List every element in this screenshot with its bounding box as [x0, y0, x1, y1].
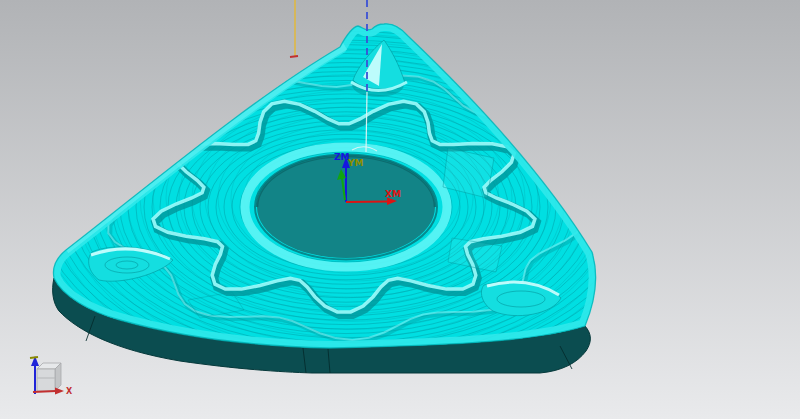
- scene-3d: ZM YM XM X: [0, 0, 800, 419]
- wcs-x-label: XM: [385, 189, 401, 199]
- acs-cube-front: [37, 369, 55, 391]
- acs-y-tick: [30, 357, 38, 358]
- wcs-y-label: YM: [347, 158, 364, 168]
- tool-axis-end-tick: [290, 56, 298, 57]
- cad-viewport: ZM YM XM X: [0, 0, 800, 419]
- wcs-x-axis-arrow[interactable]: [346, 202, 388, 203]
- acs-x-axis-arrow: [33, 391, 56, 392]
- acs-x-label: X: [66, 387, 73, 396]
